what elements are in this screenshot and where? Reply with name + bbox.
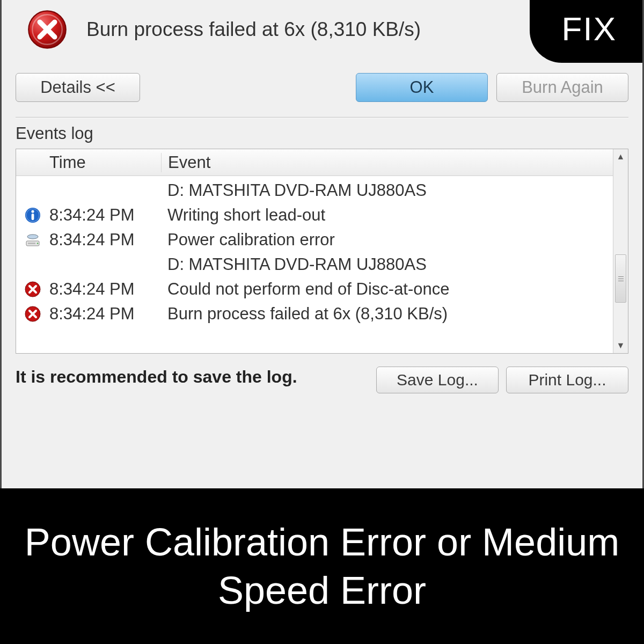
save-log-button[interactable]: Save Log...	[376, 367, 499, 393]
log-time: 8:34:24 PM	[49, 280, 161, 299]
log-time: 8:34:24 PM	[49, 304, 161, 324]
events-log-panel: Time Event D: MATSHITA DVD-RAM UJ880AS8:…	[16, 149, 628, 354]
log-row[interactable]: D: MATSHITA DVD-RAM UJ880AS	[16, 252, 613, 277]
error-icon	[16, 281, 49, 298]
log-event: Writing short lead-out	[161, 206, 613, 225]
scroll-down-icon[interactable]: ▼	[613, 338, 628, 353]
log-row[interactable]: D: MATSHITA DVD-RAM UJ880AS	[16, 178, 613, 203]
log-event: D: MATSHITA DVD-RAM UJ880AS	[161, 255, 613, 274]
log-header-row: Time Event	[16, 149, 613, 176]
column-header-time[interactable]: Time	[49, 153, 161, 172]
log-row[interactable]: 8:34:24 PMPower calibration error	[16, 228, 613, 252]
details-button[interactable]: Details <<	[16, 73, 140, 102]
log-row[interactable]: 8:34:24 PMWriting short lead-out	[16, 203, 613, 228]
footer-row: It is recommended to save the log. Save …	[16, 367, 628, 393]
error-icon	[16, 305, 49, 323]
log-row[interactable]: 8:34:24 PMBurn process failed at 6x (8,3…	[16, 302, 613, 326]
dialog-window: FIX Burn process failed at 6x (8,310 KB/…	[0, 0, 644, 488]
svg-rect-5	[32, 214, 34, 220]
error-icon	[27, 10, 67, 49]
dialog-title: Burn process failed at 6x (8,310 KB/s)	[86, 18, 421, 41]
log-event: Could not perform end of Disc-at-once	[161, 280, 613, 299]
caption: Power Calibration Error or Medium Speed …	[0, 488, 644, 644]
svg-rect-8	[28, 243, 35, 244]
print-log-button[interactable]: Print Log...	[506, 367, 628, 393]
log-time: 8:34:24 PM	[49, 206, 161, 225]
log-event: Power calibration error	[161, 230, 613, 250]
ok-button[interactable]: OK	[356, 73, 488, 102]
svg-point-6	[27, 235, 38, 239]
scroll-track[interactable]	[613, 164, 628, 338]
info-icon	[16, 207, 49, 224]
burn-again-button[interactable]: Burn Again	[496, 73, 628, 102]
button-row: Details << OK Burn Again	[16, 73, 628, 102]
svg-point-4	[31, 210, 34, 213]
log-event: D: MATSHITA DVD-RAM UJ880AS	[161, 181, 613, 200]
column-header-event[interactable]: Event	[161, 153, 613, 172]
svg-point-9	[37, 243, 39, 244]
log-time: 8:34:24 PM	[49, 230, 161, 250]
drive-icon	[16, 231, 49, 248]
scroll-thumb[interactable]	[615, 254, 626, 303]
events-log-label: Events log	[16, 124, 628, 143]
recommendation-text: It is recommended to save the log.	[16, 367, 369, 387]
scrollbar[interactable]: ▲ ▼	[613, 149, 628, 353]
log-event: Burn process failed at 6x (8,310 KB/s)	[161, 304, 613, 324]
scroll-up-icon[interactable]: ▲	[613, 149, 628, 164]
fix-badge: FIX	[530, 0, 642, 63]
divider	[16, 117, 628, 118]
log-row[interactable]: 8:34:24 PMCould not perform end of Disc-…	[16, 277, 613, 302]
